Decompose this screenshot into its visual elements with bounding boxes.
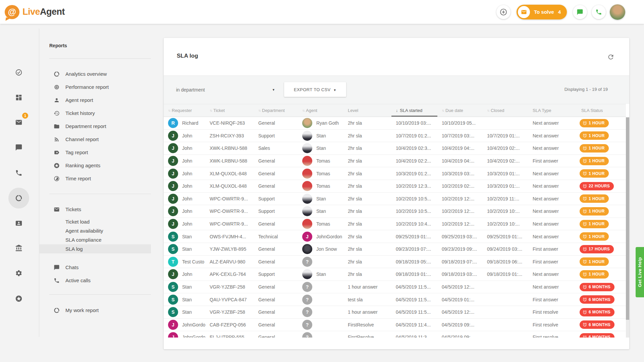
sidebar-subitem-agent-availability[interactable]: Agent availability — [39, 226, 151, 235]
cell-closed — [483, 117, 528, 129]
sidebar-item-analytics-overview[interactable]: Analytics overview — [39, 67, 151, 80]
table-row[interactable]: JJohnXLM-QUXOL-848GeneralTomas2hr sla10/… — [164, 167, 626, 180]
sidebar-item-department-report[interactable]: Department report — [39, 120, 151, 133]
cell-closed: 10/2/2019 11:... — [483, 193, 528, 205]
rail-item-customers[interactable] — [12, 241, 26, 255]
column-label: Level — [348, 108, 358, 113]
sidebar-item-time-report[interactable]: Time report — [39, 172, 151, 185]
sidebar-item-agent-report[interactable]: Agent report — [39, 94, 151, 107]
table-row[interactable]: JJohnGordoCAB-FZEPQ-056General?FirstReso… — [164, 319, 626, 331]
sidebar-item-tag-report[interactable]: Tag report — [39, 146, 151, 159]
table-row[interactable]: SStanQAU-YVPCA-847General?test sla04/5/2… — [164, 293, 626, 306]
column-header-closed[interactable]: ↑↓Closed — [483, 104, 528, 117]
chevron-down-icon: ▼ — [333, 88, 336, 92]
cell-sla-started: 10/10/2019 03:... — [391, 117, 437, 129]
table-row[interactable]: SStanYJW-ZWLYB-895GeneralJon Snow2hr sla… — [164, 243, 626, 256]
sidebar-item-label: Agent report — [65, 97, 93, 103]
cell-level: 2hr sla — [343, 193, 391, 205]
sla-log-card: SLA log in department ▼ EXPORT TO CSV▼ D… — [164, 38, 629, 349]
scrollbar-thumb[interactable] — [626, 117, 629, 320]
column-label: SLA Status — [581, 108, 603, 113]
sidebar-subitem-sla-compliance[interactable]: SLA compliance — [39, 235, 151, 244]
agent-name: Stan — [316, 196, 326, 201]
table-row[interactable]: RRichardVCE-NIRQF-263GeneralRyan Goth2hr… — [164, 117, 626, 130]
cell-requester: TTest Custo — [164, 256, 205, 268]
column-header-ticket[interactable]: ↑↓Ticket — [205, 104, 254, 117]
cell-sla-started: 09/18/2019 01:... — [391, 268, 437, 281]
add-new-button[interactable] — [496, 5, 511, 19]
user-avatar[interactable] — [610, 4, 625, 20]
sidebar-subitem-ticket-load[interactable]: Ticket load — [39, 217, 151, 226]
table-row[interactable]: SStanOWS-FVJMH-4...TechnicalJJohnGordon2… — [164, 230, 626, 243]
sidebar-subitem-sla-log[interactable]: SLA log — [39, 244, 151, 253]
cell-level: FirstResolve — [343, 331, 391, 338]
table-row[interactable]: JJohnGordoELJ-UTPPP-555General?FirstReso… — [164, 331, 626, 338]
requester-name: Stan — [182, 297, 192, 302]
cell-ticket: OWS-FVJMH-4... — [205, 230, 254, 243]
table-scrollbar[interactable] — [626, 117, 629, 338]
app-logo[interactable]: @ LiveAgent — [5, 5, 65, 19]
cell-sla-type: Next answer — [528, 230, 577, 243]
agent-avatar — [302, 143, 312, 153]
column-header-requester[interactable]: ↑↓Requester — [164, 104, 205, 117]
sidebar-item-channel-report[interactable]: Channel report — [39, 133, 151, 146]
sidebar-item-active-calls[interactable]: Active calls — [39, 274, 151, 287]
get-live-help-tab[interactable]: Get Live Help — [636, 247, 644, 297]
timelapse-icon — [54, 176, 60, 182]
rail-item-configuration[interactable] — [12, 266, 26, 280]
table-row[interactable]: JJohnWPC-OWRTR-9...SupportStan2hr sla10/… — [164, 193, 626, 205]
cell-requester: JJohn — [164, 268, 205, 281]
column-header-sla-started[interactable]: ↓SLA started — [391, 104, 437, 117]
sidebar-item-tickets[interactable]: Tickets — [39, 203, 151, 216]
requester-name: John — [182, 208, 192, 214]
table-row[interactable]: SStanVGR-YJZBF-258General?1 hour answer0… — [164, 281, 626, 294]
rail-item-contacts[interactable] — [12, 216, 26, 230]
agent-avatar — [302, 194, 312, 204]
rail-item-chats[interactable] — [12, 140, 26, 155]
column-header-due-date[interactable]: ↑↓Due date — [437, 104, 483, 117]
column-label: SLA started — [400, 108, 422, 113]
table-row[interactable]: JJohnAPK-CEXLG-764SupportStan2hr sla09/1… — [164, 268, 626, 281]
export-to-csv-button[interactable]: EXPORT TO CSV▼ — [284, 82, 346, 97]
sidebar-item-my-work-report[interactable]: My work report — [39, 304, 151, 317]
column-header-agent[interactable]: ↑↓Agent — [298, 104, 343, 117]
cell-requester: JJohn — [164, 130, 205, 142]
table-row[interactable]: SStanVGR-YJZBF-258General?1 hour answer0… — [164, 306, 626, 319]
refresh-button[interactable] — [607, 51, 619, 63]
rail-item-tasks[interactable] — [12, 65, 26, 79]
rail-item-calls[interactable] — [12, 166, 26, 180]
sla-status-badge: 1 HOUR — [580, 220, 609, 228]
start-call-button[interactable] — [592, 5, 606, 19]
cell-requester: SStan — [164, 293, 205, 306]
table-row[interactable]: JJohnWPC-OWRTR-9...GeneralTomas2hr sla10… — [164, 218, 626, 231]
column-label: SLA Type — [533, 108, 551, 113]
department-filter-select[interactable]: in department ▼ — [176, 84, 275, 95]
cell-agent: ? — [298, 306, 343, 318]
sidebar-item-chats[interactable]: Chats — [39, 261, 151, 274]
to-solve-button[interactable]: To solve 4 — [517, 5, 567, 19]
start-chat-button[interactable] — [573, 5, 587, 19]
sidebar-item-ranking-agents[interactable]: Ranking agents — [39, 159, 151, 172]
cell-ticket: XLM-QUXOL-848 — [205, 167, 254, 180]
table-row[interactable]: JJohnXWK-LRBNU-588GeneralTomas2hr sla10/… — [164, 155, 626, 168]
cell-level: 2hr sla — [343, 167, 391, 180]
cell-due-date: 04/5/2019 12:... — [437, 306, 483, 318]
table-row[interactable]: JJohnXLM-QUXOL-848GeneralTomas2hr sla10/… — [164, 180, 626, 193]
agent-avatar: ? — [302, 320, 312, 330]
sidebar-item-ticket-history[interactable]: Ticket history — [39, 107, 151, 120]
column-header-department[interactable]: ↑↓Department — [254, 104, 298, 117]
table-row[interactable]: JJohnWPC-OWRTR-9...SupportStan2hr sla10/… — [164, 205, 626, 218]
table-row[interactable]: JJohnZSH-RCIXY-393SupportStan2hr sla10/7… — [164, 130, 626, 142]
alarm-clock-icon — [583, 234, 587, 239]
sort-icon: ↑↓ — [442, 109, 444, 112]
table-row[interactable]: JJohnXWK-LRBNU-588SalesStan2hr sla10/4/2… — [164, 142, 626, 155]
rail-item-reports[interactable] — [12, 191, 26, 205]
sidebar-item-performance-report[interactable]: Performance report — [39, 80, 151, 94]
agent-avatar: J — [302, 232, 312, 242]
table-row[interactable]: TTest CustoALZ-EARVU-980General?2hr sla0… — [164, 256, 626, 268]
cell-sla-type: First resolve — [528, 331, 577, 338]
rail-item-dashboard[interactable] — [12, 90, 26, 105]
rail-item-gamification[interactable] — [12, 292, 26, 306]
agent-name: Tomas — [316, 183, 330, 189]
cell-level: 2hr sla — [343, 256, 391, 268]
